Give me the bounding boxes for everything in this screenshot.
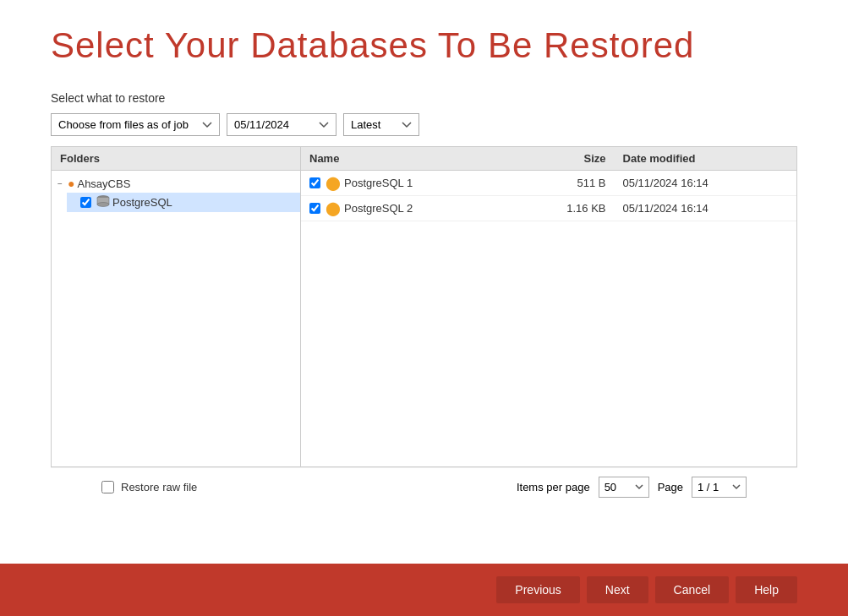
file1-checkbox[interactable]: [309, 177, 320, 188]
folder-panel-header: Folders: [52, 147, 300, 171]
postgresql-folder-checkbox[interactable]: [80, 197, 91, 208]
files-panel: Name Size Date modified ⬤ PostgreSQL 1: [301, 147, 796, 466]
ahsaycbs-children: − PostgreSQL: [52, 193, 300, 212]
controls-row: Choose from files as of job Latest: [51, 113, 797, 136]
source-dropdown[interactable]: Choose from files as of job: [51, 113, 220, 136]
file1-date: 05/11/2024 16:14: [615, 171, 796, 196]
table-row: ⬤ PostgreSQL 2 1.16 KB 05/11/2024 16:14: [301, 196, 796, 221]
latest-dropdown[interactable]: Latest: [343, 113, 419, 136]
cancel-button[interactable]: Cancel: [655, 576, 730, 603]
page-label: Page: [658, 481, 683, 493]
postgresql-folder-icon: [96, 195, 110, 210]
file-name-cell: ⬤ PostgreSQL 1: [301, 171, 515, 196]
date-input[interactable]: [227, 113, 336, 136]
file1-icon: ⬤: [326, 175, 341, 191]
folder-tree: − ● AhsayCBS −: [52, 171, 300, 215]
restore-raw-container: Restore raw file: [101, 481, 197, 493]
tree-item-postgresql[interactable]: − PostgreSQL: [67, 193, 300, 212]
tree-toggle-ahsaycbs[interactable]: −: [55, 179, 65, 188]
col-size: Size: [515, 147, 615, 171]
pagination: Items per page 50 Page 1 / 1: [517, 477, 747, 498]
table-header-row: Name Size Date modified: [301, 147, 796, 171]
folder-panel: Folders − ● AhsayCBS −: [52, 147, 301, 466]
col-date: Date modified: [615, 147, 796, 171]
file2-checkbox[interactable]: [309, 203, 320, 214]
files-table: Name Size Date modified ⬤ PostgreSQL 1: [301, 147, 796, 221]
help-button[interactable]: Help: [736, 576, 797, 603]
col-name: Name: [301, 147, 515, 171]
bottom-bar: Restore raw file Items per page 50 Page …: [51, 467, 797, 506]
postgresql-folder-label: PostgreSQL: [112, 196, 172, 209]
file1-size: 511 B: [515, 171, 615, 196]
tree-toggle-placeholder: −: [70, 198, 80, 207]
file-name-cell: ⬤ PostgreSQL 2: [301, 196, 515, 221]
ahsaycbs-icon: ●: [68, 177, 74, 190]
items-per-page-label: Items per page: [517, 481, 590, 493]
restore-raw-checkbox[interactable]: [101, 481, 114, 493]
tree-item-ahsaycbs[interactable]: − ● AhsayCBS: [52, 174, 300, 193]
ahsaycbs-label: AhsayCBS: [77, 177, 130, 190]
page-title: Select Your Databases To Be Restored: [51, 25, 797, 66]
svg-point-2: [97, 203, 109, 207]
file-browser: Folders − ● AhsayCBS −: [51, 146, 797, 467]
table-row: ⬤ PostgreSQL 1 511 B 05/11/2024 16:14: [301, 171, 796, 196]
previous-button[interactable]: Previous: [496, 576, 579, 603]
file2-name: PostgreSQL 2: [344, 202, 413, 215]
next-button[interactable]: Next: [587, 576, 648, 603]
page-select[interactable]: 1 / 1: [692, 477, 747, 498]
file2-date: 05/11/2024 16:14: [615, 196, 796, 221]
footer-bar: Previous Next Cancel Help: [0, 564, 848, 616]
items-per-page-select[interactable]: 50: [599, 477, 649, 498]
restore-raw-label: Restore raw file: [121, 481, 197, 493]
file2-icon: ⬤: [326, 200, 341, 216]
file2-size: 1.16 KB: [515, 196, 615, 221]
file1-name: PostgreSQL 1: [344, 177, 413, 189]
select-what-label: Select what to restore: [51, 91, 797, 105]
